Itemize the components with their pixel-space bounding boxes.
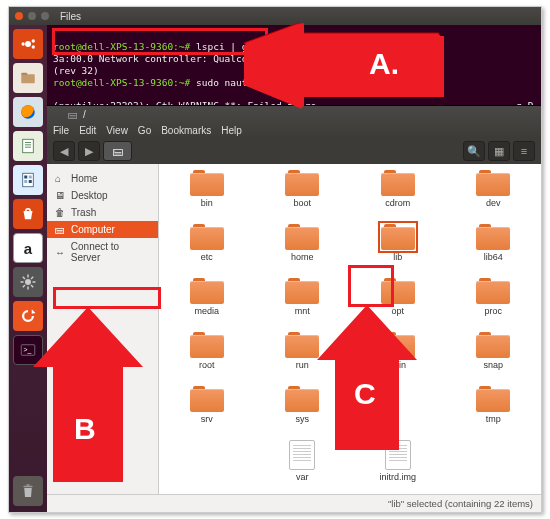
folder-label: bin (201, 198, 213, 208)
drive-icon: 🖴 (112, 145, 123, 157)
svg-point-3 (21, 42, 24, 45)
svg-rect-12 (24, 176, 27, 179)
folder-home[interactable]: home (255, 224, 351, 278)
svg-rect-4 (21, 74, 35, 83)
folder-label: media (194, 306, 219, 316)
dash-icon[interactable] (13, 29, 43, 59)
libreoffice-calc-icon[interactable] (13, 165, 43, 195)
annotation-arrow-b (33, 307, 163, 487)
folder-snap[interactable]: snap (446, 332, 542, 386)
folder-icon (476, 278, 510, 304)
svg-rect-14 (24, 180, 27, 183)
nautilus-computer-icon: 🖴 (68, 109, 78, 120)
view-list-button[interactable]: ≡ (513, 141, 535, 161)
svg-line-23 (23, 285, 25, 287)
annotation-label-c: C (354, 377, 376, 411)
folder-label: cdrom (385, 198, 410, 208)
folder-lib[interactable]: lib (350, 224, 446, 278)
folder-icon (285, 224, 319, 250)
annotation-arrow-a2 (244, 23, 449, 109)
sidebar-item-desktop[interactable]: 🖥Desktop (47, 187, 158, 204)
amazon-icon[interactable]: a (13, 233, 43, 263)
folder-label: proc (484, 306, 502, 316)
svg-rect-9 (25, 145, 31, 146)
folder-icon (190, 278, 224, 304)
svg-line-24 (31, 277, 33, 279)
sidebar-item-connect[interactable]: ↔Connect to Server (47, 238, 158, 266)
folder-label: snap (483, 360, 503, 370)
path-root-button[interactable]: 🖴 (103, 141, 132, 161)
maximize-icon[interactable] (41, 12, 49, 20)
menu-help[interactable]: Help (221, 125, 242, 136)
folder-label: dev (486, 198, 501, 208)
svg-point-2 (32, 45, 35, 48)
folder-icon (190, 224, 224, 250)
search-button[interactable]: 🔍 (463, 141, 485, 161)
folder-proc[interactable]: proc (446, 278, 542, 332)
svg-point-16 (25, 279, 31, 285)
folder-icon (476, 332, 510, 358)
folder-label: boot (293, 198, 311, 208)
folder-icon (381, 278, 415, 304)
back-button[interactable]: ◀ (53, 141, 75, 161)
folder-media[interactable]: media (159, 278, 255, 332)
folder-boot[interactable]: boot (255, 170, 351, 224)
computer-small-icon: 🖴 (55, 224, 66, 235)
folder-icon (381, 170, 415, 196)
sidebar-item-trash[interactable]: 🗑Trash (47, 204, 158, 221)
folder-icon (476, 170, 510, 196)
file-label: var (296, 472, 309, 482)
folder-cdrom[interactable]: cdrom (350, 170, 446, 224)
ubuntu-software-icon[interactable] (13, 199, 43, 229)
folder-label: srv (201, 414, 213, 424)
folder-tmp[interactable]: tmp (446, 386, 542, 440)
annotation-label-a: A. (369, 47, 399, 81)
nautilus-toolbar: ◀ ▶ 🖴 🔍 ▦ ≡ (47, 138, 541, 164)
svg-rect-10 (25, 147, 31, 148)
folder-label: root (199, 360, 215, 370)
folder-dev[interactable]: dev (446, 170, 542, 224)
folder-lib64[interactable]: lib64 (446, 224, 542, 278)
close-icon[interactable] (15, 12, 23, 20)
sidebar-item-home[interactable]: ⌂Home (47, 170, 158, 187)
svg-point-1 (32, 39, 35, 42)
folder-icon (476, 386, 510, 412)
connect-icon: ↔ (55, 247, 66, 258)
nautilus-statusbar: "lib" selected (containing 22 items) (47, 494, 541, 512)
svg-text:>_: >_ (24, 346, 32, 354)
nautilus-menubar: File Edit View Go Bookmarks Help (47, 122, 541, 138)
folder-icon (285, 278, 319, 304)
settings-icon[interactable] (13, 267, 43, 297)
folder-label: lib64 (484, 252, 503, 262)
folder-icon (190, 332, 224, 358)
menu-file[interactable]: File (53, 125, 69, 136)
svg-rect-27 (24, 486, 33, 488)
libreoffice-writer-icon[interactable] (13, 131, 43, 161)
view-grid-button[interactable]: ▦ (488, 141, 510, 161)
folder-bin[interactable]: bin (159, 170, 255, 224)
folder-label: home (291, 252, 314, 262)
svg-line-21 (23, 277, 25, 279)
sidebar-item-computer[interactable]: 🖴Computer (47, 221, 158, 238)
svg-rect-8 (25, 142, 31, 143)
status-text: "lib" selected (containing 22 items) (388, 498, 533, 509)
folder-icon (285, 170, 319, 196)
folder-icon (190, 386, 224, 412)
menu-bookmarks[interactable]: Bookmarks (161, 125, 211, 136)
menu-edit[interactable]: Edit (79, 125, 96, 136)
svg-rect-13 (29, 176, 32, 179)
folder-root[interactable]: root (159, 332, 255, 386)
menu-view[interactable]: View (106, 125, 128, 136)
folder-icon (190, 170, 224, 196)
files-icon[interactable] (13, 63, 43, 93)
file-label: initrd.img (379, 472, 416, 482)
menu-go[interactable]: Go (138, 125, 151, 136)
folder-srv[interactable]: srv (159, 386, 255, 440)
svg-point-0 (25, 41, 31, 47)
minimize-icon[interactable] (28, 12, 36, 20)
folder-etc[interactable]: etc (159, 224, 255, 278)
firefox-icon[interactable] (13, 97, 43, 127)
svg-rect-28 (27, 484, 30, 486)
folder-icon (476, 224, 510, 250)
forward-button[interactable]: ▶ (78, 141, 100, 161)
